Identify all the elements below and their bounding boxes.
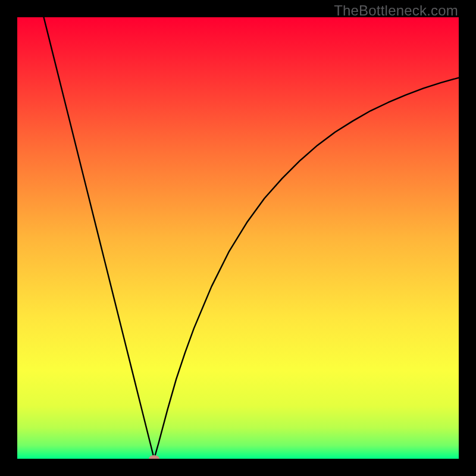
watermark-text: TheBottleneck.com bbox=[334, 2, 458, 19]
bottleneck-chart bbox=[17, 17, 459, 459]
chart-container: TheBottleneck.com bbox=[0, 0, 476, 476]
